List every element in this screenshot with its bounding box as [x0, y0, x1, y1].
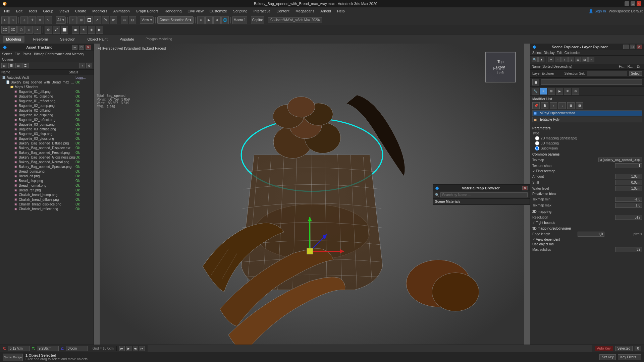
se-customize-menu[interactable]: Customize	[565, 51, 580, 55]
next-frame-btn[interactable]: ⏭	[133, 346, 138, 351]
asset-list-item[interactable]: ▣ Baguette_03_gloss.png Ok	[0, 136, 94, 141]
menu-rendering[interactable]: Rendering	[162, 8, 184, 14]
se-close-btn[interactable]: ✕	[637, 45, 642, 49]
mp-tab-modify[interactable]: 🔧	[532, 88, 539, 95]
percent-snap[interactable]: %	[102, 16, 109, 24]
se-tb-new-layer[interactable]: +	[548, 57, 554, 62]
window-button[interactable]: ⊞	[77, 16, 85, 24]
mirror-button[interactable]: ⇔	[121, 16, 128, 24]
auto-key-btn[interactable]: Auto Key	[595, 346, 613, 351]
menu-customize[interactable]: Customize	[207, 8, 230, 14]
render-button[interactable]: ▶	[205, 16, 213, 24]
snap-2d[interactable]: 2D	[1, 26, 9, 34]
radio-subdivision[interactable]: Subdivision	[535, 146, 642, 150]
undo-button[interactable]: ↩	[1, 16, 9, 24]
render-setup[interactable]: ⚙	[213, 16, 221, 24]
max-subdivs-value[interactable]: 32	[615, 247, 642, 252]
wireframe-btn[interactable]: ⬜	[61, 26, 68, 34]
spinner-snap[interactable]: ⟳	[110, 16, 117, 24]
view-dependent-row[interactable]: ✓ View-dependent	[532, 238, 642, 241]
asset-list-item[interactable]: ▣ Baguette_02_displ.png Ok	[0, 113, 94, 117]
menu-file[interactable]: File	[1, 8, 13, 14]
se-tb-collapse[interactable]: ⊟	[582, 57, 588, 62]
asset-list-item[interactable]: ▣ Bakery_Bag_opened_Specular.png Ok	[0, 164, 94, 169]
asset-list-item[interactable]: ▣ Baguette_02_reflect.png Ok	[0, 117, 94, 122]
filter-texmap-row[interactable]: ✓ Filter texmap	[532, 169, 642, 173]
menu-help[interactable]: Help	[334, 8, 347, 14]
menu-arnold[interactable]: Arnold	[318, 8, 334, 14]
asset-list-item[interactable]: ▣ Baguette_03_bump.png Ok	[0, 122, 94, 127]
mp-icon[interactable]: ◼	[532, 79, 539, 85]
asset-list-item[interactable]: 🏦 Autodesk Vault Logg...	[0, 75, 94, 80]
menu-modifiers[interactable]: Modifiers	[90, 8, 110, 14]
relative-bbox-row[interactable]: Relative to bbox	[532, 192, 642, 196]
key-filters-btn[interactable]: Key Filters...	[618, 354, 641, 360]
light-btn[interactable]: ☀	[80, 26, 87, 34]
asset-list-item[interactable]: ▣ Bakery_Bag_opened_Diffuse.png Ok	[0, 141, 94, 145]
mp-down-btn[interactable]: ↓	[558, 102, 566, 109]
layer-manager[interactable]: ≡	[197, 16, 205, 24]
ribbon-modeling[interactable]: Modeling	[3, 36, 24, 43]
se-maximize-btn[interactable]: □	[630, 45, 635, 49]
se-tb-search[interactable]: 🔍	[532, 57, 538, 62]
se-minimize-btn[interactable]: ─	[623, 45, 629, 49]
asset-list-item[interactable]: ▣ Challah_bread_reflect.png Ok	[0, 206, 94, 211]
se-tb-filter[interactable]: ▾	[538, 57, 544, 62]
menu-edit[interactable]: Edit	[13, 8, 25, 14]
redo-button[interactable]: ↪	[9, 16, 17, 24]
asset-list-item[interactable]: ▣ Bakery_Bag_opened_Fresnel.png Ok	[0, 150, 94, 155]
modifier-vray-disp[interactable]: ◼ VRayDisplacementMod	[532, 110, 642, 116]
asset-tb-new[interactable]: ⊞	[1, 63, 7, 68]
mp-tab-display[interactable]: 👁	[564, 88, 571, 95]
create-selection-button[interactable]: Create Selection Se▾	[157, 16, 194, 24]
mb-close-btn[interactable]: ✕	[522, 186, 528, 190]
menu-create[interactable]: Create	[72, 8, 89, 14]
se-display-menu[interactable]: Display	[544, 51, 555, 55]
paint-button[interactable]: 🖌	[53, 26, 60, 34]
asset-list-item[interactable]: ▣ Challah_bread_diffuse.png Ok	[0, 197, 94, 202]
radio-2d-mapping[interactable]: 2D mapping (landscape)	[535, 136, 642, 140]
ribbon-selection[interactable]: Selection	[57, 36, 78, 43]
asset-list-item[interactable]: 📁 Maps / Shaders	[0, 84, 94, 89]
asset-close-btn[interactable]: ✕	[86, 45, 91, 50]
prev-frame-btn[interactable]: ⏮	[119, 346, 125, 351]
asset-list-item[interactable]: ▣ Baguette_01_diff.png Ok	[0, 89, 94, 94]
view-dropdown[interactable]: View▾	[140, 16, 154, 24]
menu-megascans[interactable]: Megascans	[293, 8, 317, 14]
asset-list-item[interactable]: ▣ Challah_bread_displace.png Ok	[0, 202, 94, 206]
asset-menu-server[interactable]: Server	[2, 52, 12, 56]
asset-list-item[interactable]: ▣ Bakery_Bag_opened_Normal.png Ok	[0, 160, 94, 164]
asset-tb-details[interactable]: ≣	[22, 63, 29, 68]
set-key-btn[interactable]: Set Key	[599, 354, 616, 360]
se-tb-del-layer[interactable]: −	[555, 57, 561, 62]
asset-list-item[interactable]: ▣ Bakery_Bag_opened_Displace.exr Ok	[0, 145, 94, 150]
asset-list-item[interactable]: ▣ Baguette_02_bump.png Ok	[0, 103, 94, 108]
angle-snap[interactable]: ∠	[94, 16, 101, 24]
mp-tab-hierarchy[interactable]: ⊞	[548, 88, 555, 95]
shading-btn[interactable]: ◼	[72, 26, 79, 34]
se-tb-expand[interactable]: ⊞	[575, 57, 581, 62]
radio-3d-mapping[interactable]: 3D mapping	[535, 141, 642, 145]
mp-up-btn[interactable]: ↑	[550, 102, 557, 109]
asset-list-item[interactable]: ▣ Baguette_02_diff.png Ok	[0, 108, 94, 113]
maximize-button[interactable]: □	[631, 1, 635, 6]
environment[interactable]: 🌐	[221, 16, 229, 24]
last-frame-btn[interactable]: ⏭	[140, 346, 145, 351]
snap-toggle[interactable]: 🔳	[86, 16, 93, 24]
mp-pin-btn[interactable]: 📌	[532, 102, 540, 109]
y-value[interactable]: 9,258cm	[37, 346, 59, 351]
menu-views[interactable]: Views	[57, 8, 72, 14]
asset-list-item[interactable]: ▣ Baguette_01_reflect.png Ok	[0, 99, 94, 103]
menu-animation[interactable]: Animation	[111, 8, 132, 14]
asset-list-item[interactable]: ▣ Challah_bread_bump.png Ok	[0, 192, 94, 197]
mp-tab-utilities[interactable]: ⚙	[572, 88, 579, 95]
asset-list-item[interactable]: ▣ Bread_refl.png Ok	[0, 188, 94, 192]
asset-tb-settings[interactable]: ⚙	[86, 63, 92, 68]
asset-menu-file[interactable]: File	[14, 52, 20, 56]
x-value[interactable]: 5,127cm	[8, 346, 30, 351]
menu-scripting[interactable]: Scripting	[230, 8, 250, 14]
ribbon-populate[interactable]: Populate	[116, 36, 137, 43]
z-value[interactable]: 0,0cm	[66, 346, 88, 351]
select-button[interactable]: ⊹	[20, 16, 28, 24]
edge-select[interactable]: ◇	[25, 26, 33, 34]
